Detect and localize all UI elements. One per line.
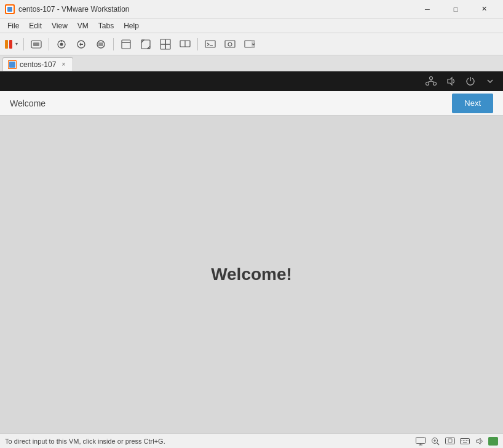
tab-close-button[interactable]: × bbox=[59, 60, 68, 69]
normal-view-button[interactable] bbox=[117, 36, 135, 53]
status-bar: To direct input to this VM, click inside… bbox=[0, 433, 503, 448]
pause-icon bbox=[5, 39, 15, 49]
unity-button[interactable] bbox=[156, 36, 175, 53]
tab-bar: centos-107 × bbox=[0, 55, 503, 71]
svg-rect-19 bbox=[160, 44, 165, 49]
vm-network-button[interactable] bbox=[423, 73, 439, 89]
snapshot-button[interactable] bbox=[52, 36, 71, 53]
pause-dropdown-arrow: ▾ bbox=[15, 41, 18, 47]
next-button[interactable]: Next bbox=[452, 94, 493, 113]
multi-monitor-button[interactable] bbox=[176, 36, 194, 53]
zoom-status-icon[interactable] bbox=[429, 435, 442, 447]
main-toolbar: ▾ bbox=[0, 33, 503, 55]
svg-marker-37 bbox=[448, 78, 452, 85]
menu-tabs[interactable]: Tabs bbox=[93, 18, 119, 33]
pause-bar-right bbox=[9, 40, 12, 49]
restore-snapshot-button[interactable] bbox=[72, 36, 90, 53]
svg-line-35 bbox=[427, 81, 431, 82]
menu-edit[interactable]: Edit bbox=[24, 18, 47, 33]
svg-rect-30 bbox=[9, 62, 15, 68]
svg-rect-47 bbox=[448, 439, 452, 442]
svg-point-33 bbox=[434, 82, 437, 86]
centos-tab-icon bbox=[8, 60, 17, 69]
svg-rect-2 bbox=[7, 7, 12, 12]
title-bar: centos-107 - VMware Workstation ─ □ ✕ bbox=[0, 0, 503, 18]
svg-line-43 bbox=[437, 442, 440, 445]
svg-point-31 bbox=[430, 77, 433, 80]
menu-file[interactable]: File bbox=[2, 18, 24, 33]
svg-rect-17 bbox=[165, 44, 170, 49]
centos-tab-label: centos-107 bbox=[20, 60, 56, 69]
svg-rect-16 bbox=[160, 39, 165, 44]
page-title: Welcome bbox=[10, 98, 46, 108]
svg-rect-39 bbox=[416, 437, 426, 443]
vm-content-area[interactable]: Welcome! bbox=[0, 116, 503, 433]
fullscreen-button[interactable] bbox=[137, 36, 155, 53]
close-button[interactable]: ✕ bbox=[470, 0, 498, 18]
toolbar-sep-2 bbox=[49, 38, 49, 50]
vm-toolbar bbox=[0, 71, 503, 91]
vm-dropdown-button[interactable] bbox=[482, 73, 498, 89]
keyboard-status-icon[interactable] bbox=[459, 435, 471, 447]
vm-power-button[interactable] bbox=[462, 73, 478, 89]
display-status-icon[interactable] bbox=[444, 435, 456, 447]
toolbar-sep-3 bbox=[113, 38, 114, 50]
welcome-message: Welcome! bbox=[211, 265, 292, 284]
menu-vm[interactable]: VM bbox=[73, 18, 93, 33]
welcome-bar: Welcome Next bbox=[0, 91, 503, 116]
pause-button[interactable]: ▾ bbox=[2, 38, 20, 50]
menu-view[interactable]: View bbox=[47, 18, 73, 33]
svg-rect-4 bbox=[33, 42, 39, 46]
svg-point-32 bbox=[426, 82, 429, 86]
display-dropdown-button[interactable] bbox=[240, 36, 259, 53]
svg-point-25 bbox=[228, 42, 232, 46]
window-controls: ─ □ ✕ bbox=[413, 0, 498, 18]
svg-rect-22 bbox=[205, 41, 215, 47]
menu-help[interactable]: Help bbox=[119, 18, 144, 33]
svg-marker-55 bbox=[477, 438, 480, 444]
monitor-status-icon[interactable] bbox=[414, 435, 427, 447]
send-ctrlaltdel-button[interactable] bbox=[27, 36, 46, 53]
snapshot-manager-button[interactable] bbox=[92, 36, 110, 53]
status-hint-text: To direct input to this VM, click inside… bbox=[5, 438, 165, 445]
chevron-down-icon bbox=[486, 78, 494, 85]
app-icon bbox=[5, 4, 15, 14]
centos-tab[interactable]: centos-107 × bbox=[2, 57, 73, 71]
window-title: centos-107 - VMware Workstation bbox=[18, 5, 413, 14]
toolbar-sep-1 bbox=[23, 38, 24, 50]
svg-rect-13 bbox=[122, 40, 130, 49]
vm-sound-button[interactable] bbox=[443, 73, 459, 89]
svg-point-6 bbox=[60, 42, 63, 46]
pause-bar-left bbox=[5, 40, 8, 49]
menu-bar: File Edit View VM Tabs Help bbox=[0, 18, 503, 33]
network-status-indicator bbox=[488, 437, 498, 446]
display-settings-button[interactable] bbox=[221, 36, 239, 53]
console-button[interactable] bbox=[201, 36, 220, 53]
svg-rect-18 bbox=[165, 39, 170, 44]
status-icons bbox=[414, 435, 498, 447]
maximize-button[interactable]: □ bbox=[442, 0, 470, 18]
svg-rect-14 bbox=[122, 42, 130, 43]
toolbar-sep-4 bbox=[197, 38, 198, 50]
svg-line-36 bbox=[431, 81, 435, 82]
svg-rect-48 bbox=[461, 438, 470, 444]
minimize-button[interactable]: ─ bbox=[413, 0, 442, 18]
sound-status-icon[interactable] bbox=[473, 435, 486, 447]
